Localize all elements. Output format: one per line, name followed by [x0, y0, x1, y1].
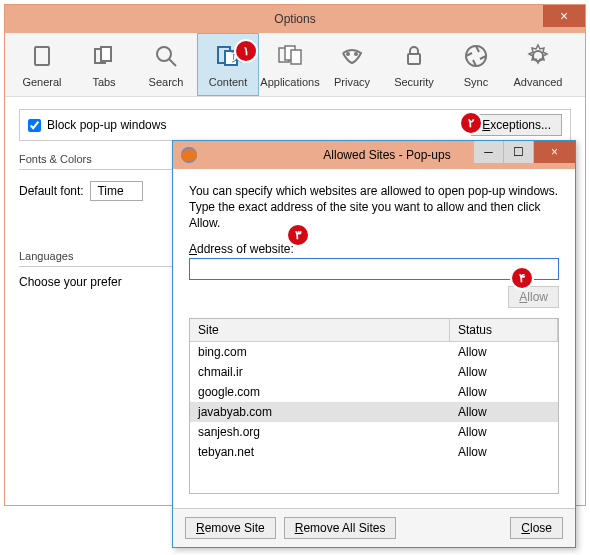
options-close-button[interactable]: × — [543, 5, 585, 27]
table-row[interactable]: bing.comAllow — [190, 342, 558, 362]
block-popup-row: Block pop-up windows Exceptions... — [19, 109, 571, 141]
popup-titlebar[interactable]: Allowed Sites - Pop-ups ─ ☐ × — [173, 141, 575, 169]
table-row[interactable]: tebyan.netAllow — [190, 442, 558, 462]
svg-point-11 — [346, 52, 350, 56]
table-row[interactable]: javabyab.comAllow — [190, 402, 558, 422]
tab-sync[interactable]: Sync — [445, 33, 507, 96]
remove-all-button[interactable]: Remove All Sites — [284, 517, 397, 539]
sites-table: Site Status bing.comAllowchmail.irAllowg… — [189, 318, 559, 494]
svg-rect-13 — [408, 54, 420, 64]
applications-icon — [275, 41, 305, 74]
search-icon — [151, 41, 181, 74]
badge-2: ۲ — [461, 113, 481, 133]
tab-tabs[interactable]: Tabs — [73, 33, 135, 96]
popup-description: You can specify which websites are allow… — [189, 183, 559, 232]
popup-footer: Remove Site Remove All Sites Close — [173, 508, 575, 547]
table-row[interactable]: google.comAllow — [190, 382, 558, 402]
options-toolbar: GeneralTabsSearch页ContentApplicationsPri… — [5, 33, 585, 97]
popup-body: You can specify which websites are allow… — [173, 169, 575, 494]
address-label: Address of website: — [189, 242, 559, 256]
options-titlebar[interactable]: Options × — [5, 5, 585, 33]
remove-site-button[interactable]: Remove Site — [185, 517, 276, 539]
col-status[interactable]: Status — [450, 319, 558, 341]
svg-point-3 — [157, 47, 171, 61]
tab-advanced[interactable]: Advanced — [507, 33, 569, 96]
badge-4: ۴ — [512, 268, 532, 288]
col-site[interactable]: Site — [190, 319, 450, 341]
popup-close-button[interactable]: × — [533, 141, 575, 163]
allow-button[interactable]: Allow — [508, 286, 559, 308]
tab-search[interactable]: Search — [135, 33, 197, 96]
allowed-sites-window: Allowed Sites - Pop-ups ─ ☐ × You can sp… — [172, 140, 576, 548]
close-button[interactable]: Close — [510, 517, 563, 539]
options-title: Options — [5, 12, 585, 26]
address-input[interactable] — [189, 258, 559, 280]
tab-privacy[interactable]: Privacy — [321, 33, 383, 96]
default-font-label: Default font: — [19, 184, 84, 198]
svg-rect-2 — [101, 47, 111, 61]
privacy-icon — [337, 41, 367, 74]
security-icon — [399, 41, 429, 74]
general-icon — [27, 41, 57, 74]
firefox-icon — [179, 145, 199, 165]
svg-rect-0 — [35, 47, 49, 65]
badge-3: ۳ — [288, 225, 308, 245]
sync-icon — [461, 41, 491, 74]
maximize-button[interactable]: ☐ — [503, 141, 533, 163]
tab-general[interactable]: General — [11, 33, 73, 96]
exceptions-button[interactable]: Exceptions... — [471, 114, 562, 136]
minimize-button[interactable]: ─ — [473, 141, 503, 163]
svg-rect-10 — [291, 50, 301, 64]
tabs-icon — [89, 41, 119, 74]
table-row[interactable]: chmail.irAllow — [190, 362, 558, 382]
badge-1: ۱ — [236, 41, 256, 61]
block-popup-label: Block pop-up windows — [47, 118, 166, 132]
svg-point-12 — [354, 52, 358, 56]
popup-window-controls: ─ ☐ × — [473, 141, 575, 163]
font-select[interactable]: Time — [90, 181, 142, 201]
block-popup-checkbox[interactable] — [28, 119, 41, 132]
exceptions-label: xceptions... — [490, 118, 551, 132]
tab-applications[interactable]: Applications — [259, 33, 321, 96]
table-row[interactable]: sanjesh.orgAllow — [190, 422, 558, 442]
tab-security[interactable]: Security — [383, 33, 445, 96]
svg-line-4 — [169, 59, 176, 66]
advanced-icon — [523, 41, 553, 74]
table-header: Site Status — [190, 319, 558, 342]
